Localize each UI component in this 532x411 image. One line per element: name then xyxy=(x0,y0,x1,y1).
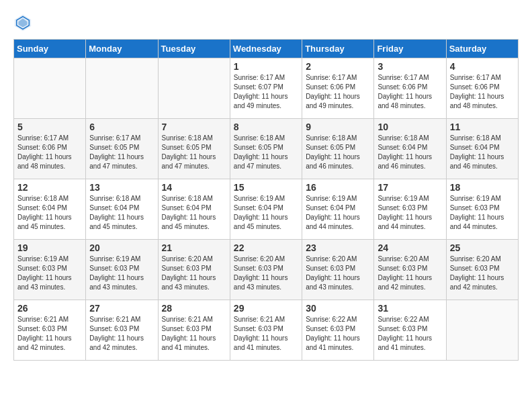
header-friday: Friday xyxy=(374,40,446,58)
day-number: 19 xyxy=(17,242,82,253)
calendar-cell: 11Sunrise: 6:18 AM Sunset: 6:04 PM Dayli… xyxy=(446,119,518,179)
day-info: Sunrise: 6:17 AM Sunset: 6:07 PM Dayligh… xyxy=(234,73,298,111)
header-thursday: Thursday xyxy=(302,40,374,58)
day-number: 2 xyxy=(306,61,370,72)
header-wednesday: Wednesday xyxy=(230,40,302,58)
calendar-cell: 14Sunrise: 6:18 AM Sunset: 6:04 PM Dayli… xyxy=(158,179,230,240)
day-info: Sunrise: 6:17 AM Sunset: 6:06 PM Dayligh… xyxy=(17,134,82,171)
calendar-cell: 27Sunrise: 6:21 AM Sunset: 6:03 PM Dayli… xyxy=(86,300,158,361)
calendar-cell: 1Sunrise: 6:17 AM Sunset: 6:07 PM Daylig… xyxy=(230,58,302,119)
day-number: 29 xyxy=(234,303,298,314)
day-info: Sunrise: 6:19 AM Sunset: 6:03 PM Dayligh… xyxy=(89,255,154,292)
day-info: Sunrise: 6:19 AM Sunset: 6:03 PM Dayligh… xyxy=(17,255,82,292)
calendar-cell: 13Sunrise: 6:18 AM Sunset: 6:04 PM Dayli… xyxy=(86,179,158,240)
day-info: Sunrise: 6:20 AM Sunset: 6:03 PM Dayligh… xyxy=(378,255,442,292)
day-number: 8 xyxy=(234,122,298,132)
day-number: 11 xyxy=(450,122,515,132)
calendar-cell xyxy=(86,58,158,119)
calendar-cell: 4Sunrise: 6:17 AM Sunset: 6:06 PM Daylig… xyxy=(446,58,518,119)
calendar-cell: 16Sunrise: 6:19 AM Sunset: 6:04 PM Dayli… xyxy=(302,179,374,240)
calendar-cell: 24Sunrise: 6:20 AM Sunset: 6:03 PM Dayli… xyxy=(374,240,446,300)
calendar-cell: 8Sunrise: 6:18 AM Sunset: 6:05 PM Daylig… xyxy=(230,119,302,179)
calendar-table: SundayMondayTuesdayWednesdayThursdayFrid… xyxy=(13,39,519,361)
calendar-cell: 5Sunrise: 6:17 AM Sunset: 6:06 PM Daylig… xyxy=(14,119,86,179)
day-info: Sunrise: 6:18 AM Sunset: 6:04 PM Dayligh… xyxy=(450,134,515,171)
day-info: Sunrise: 6:17 AM Sunset: 6:05 PM Dayligh… xyxy=(89,134,154,171)
day-number: 17 xyxy=(378,182,442,193)
page-header xyxy=(13,13,519,32)
calendar-cell: 22Sunrise: 6:20 AM Sunset: 6:03 PM Dayli… xyxy=(230,240,302,300)
day-info: Sunrise: 6:18 AM Sunset: 6:05 PM Dayligh… xyxy=(162,134,226,171)
week-row-2: 5Sunrise: 6:17 AM Sunset: 6:06 PM Daylig… xyxy=(14,119,519,179)
day-info: Sunrise: 6:22 AM Sunset: 6:03 PM Dayligh… xyxy=(306,315,370,353)
calendar-cell: 18Sunrise: 6:19 AM Sunset: 6:03 PM Dayli… xyxy=(446,179,518,240)
day-number: 31 xyxy=(378,303,442,314)
calendar-cell: 23Sunrise: 6:20 AM Sunset: 6:03 PM Dayli… xyxy=(302,240,374,300)
day-info: Sunrise: 6:17 AM Sunset: 6:06 PM Dayligh… xyxy=(306,73,370,111)
week-row-1: 1Sunrise: 6:17 AM Sunset: 6:07 PM Daylig… xyxy=(14,58,519,119)
day-info: Sunrise: 6:22 AM Sunset: 6:03 PM Dayligh… xyxy=(378,315,442,353)
logo xyxy=(13,13,35,32)
day-number: 21 xyxy=(162,242,226,253)
calendar-cell: 19Sunrise: 6:19 AM Sunset: 6:03 PM Dayli… xyxy=(14,240,86,300)
day-info: Sunrise: 6:17 AM Sunset: 6:06 PM Dayligh… xyxy=(450,73,515,111)
header-monday: Monday xyxy=(86,40,158,58)
calendar-cell xyxy=(14,58,86,119)
day-number: 18 xyxy=(450,182,515,193)
day-number: 15 xyxy=(234,182,298,193)
calendar-cell: 20Sunrise: 6:19 AM Sunset: 6:03 PM Dayli… xyxy=(86,240,158,300)
calendar-cell: 6Sunrise: 6:17 AM Sunset: 6:05 PM Daylig… xyxy=(86,119,158,179)
header-row: SundayMondayTuesdayWednesdayThursdayFrid… xyxy=(14,40,519,58)
day-info: Sunrise: 6:17 AM Sunset: 6:06 PM Dayligh… xyxy=(378,73,442,111)
day-number: 30 xyxy=(306,303,370,314)
day-info: Sunrise: 6:21 AM Sunset: 6:03 PM Dayligh… xyxy=(234,315,298,353)
day-info: Sunrise: 6:20 AM Sunset: 6:03 PM Dayligh… xyxy=(450,255,515,292)
calendar-cell: 21Sunrise: 6:20 AM Sunset: 6:03 PM Dayli… xyxy=(158,240,230,300)
calendar-cell: 9Sunrise: 6:18 AM Sunset: 6:05 PM Daylig… xyxy=(302,119,374,179)
day-number: 25 xyxy=(450,242,515,253)
day-number: 9 xyxy=(306,122,370,132)
calendar-cell: 7Sunrise: 6:18 AM Sunset: 6:05 PM Daylig… xyxy=(158,119,230,179)
calendar-cell: 17Sunrise: 6:19 AM Sunset: 6:03 PM Dayli… xyxy=(374,179,446,240)
week-row-3: 12Sunrise: 6:18 AM Sunset: 6:04 PM Dayli… xyxy=(14,179,519,240)
day-number: 22 xyxy=(234,242,298,253)
day-number: 27 xyxy=(89,303,154,314)
day-number: 13 xyxy=(89,182,154,193)
day-info: Sunrise: 6:18 AM Sunset: 6:04 PM Dayligh… xyxy=(89,194,154,232)
logo-icon xyxy=(13,13,32,32)
day-info: Sunrise: 6:19 AM Sunset: 6:03 PM Dayligh… xyxy=(378,194,442,232)
day-number: 26 xyxy=(17,303,82,314)
calendar-cell: 3Sunrise: 6:17 AM Sunset: 6:06 PM Daylig… xyxy=(374,58,446,119)
day-number: 12 xyxy=(17,182,82,193)
day-info: Sunrise: 6:18 AM Sunset: 6:04 PM Dayligh… xyxy=(378,134,442,171)
header-tuesday: Tuesday xyxy=(158,40,230,58)
day-number: 24 xyxy=(378,242,442,253)
day-number: 28 xyxy=(162,303,226,314)
calendar-cell: 2Sunrise: 6:17 AM Sunset: 6:06 PM Daylig… xyxy=(302,58,374,119)
calendar-cell: 26Sunrise: 6:21 AM Sunset: 6:03 PM Dayli… xyxy=(14,300,86,361)
week-row-4: 19Sunrise: 6:19 AM Sunset: 6:03 PM Dayli… xyxy=(14,240,519,300)
header-sunday: Sunday xyxy=(14,40,86,58)
day-number: 10 xyxy=(378,122,442,132)
calendar-cell: 30Sunrise: 6:22 AM Sunset: 6:03 PM Dayli… xyxy=(302,300,374,361)
calendar-cell: 29Sunrise: 6:21 AM Sunset: 6:03 PM Dayli… xyxy=(230,300,302,361)
day-info: Sunrise: 6:21 AM Sunset: 6:03 PM Dayligh… xyxy=(89,315,154,353)
week-row-5: 26Sunrise: 6:21 AM Sunset: 6:03 PM Dayli… xyxy=(14,300,519,361)
day-number: 23 xyxy=(306,242,370,253)
calendar-cell: 15Sunrise: 6:19 AM Sunset: 6:04 PM Dayli… xyxy=(230,179,302,240)
calendar-cell xyxy=(446,300,518,361)
day-info: Sunrise: 6:19 AM Sunset: 6:04 PM Dayligh… xyxy=(234,194,298,232)
day-number: 1 xyxy=(234,61,298,72)
calendar-cell: 28Sunrise: 6:21 AM Sunset: 6:03 PM Dayli… xyxy=(158,300,230,361)
day-number: 20 xyxy=(89,242,154,253)
header-saturday: Saturday xyxy=(446,40,518,58)
day-info: Sunrise: 6:18 AM Sunset: 6:04 PM Dayligh… xyxy=(162,194,226,232)
day-number: 3 xyxy=(378,61,442,72)
calendar-cell xyxy=(158,58,230,119)
day-info: Sunrise: 6:19 AM Sunset: 6:03 PM Dayligh… xyxy=(450,194,515,232)
day-number: 6 xyxy=(89,122,154,132)
day-number: 5 xyxy=(17,122,82,132)
calendar-cell: 25Sunrise: 6:20 AM Sunset: 6:03 PM Dayli… xyxy=(446,240,518,300)
day-info: Sunrise: 6:20 AM Sunset: 6:03 PM Dayligh… xyxy=(162,255,226,292)
day-info: Sunrise: 6:21 AM Sunset: 6:03 PM Dayligh… xyxy=(17,315,82,353)
